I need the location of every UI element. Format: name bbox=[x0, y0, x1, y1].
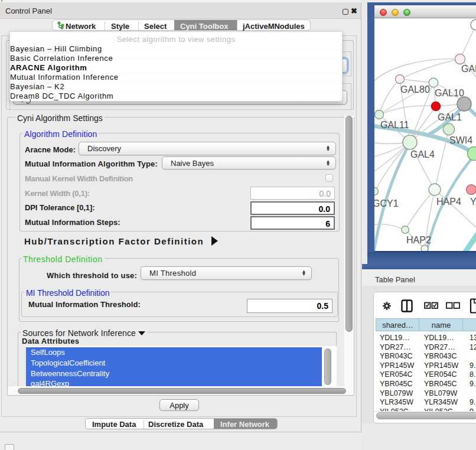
svg-text:HAP4: HAP4 bbox=[436, 197, 461, 207]
svg-text:GAL1: GAL1 bbox=[438, 112, 462, 122]
svg-text:SWI4: SWI4 bbox=[449, 135, 472, 145]
svg-text:GAL80: GAL80 bbox=[400, 84, 430, 94]
svg-text:GAL10: GAL10 bbox=[435, 88, 464, 98]
svg-text:GAL11: GAL11 bbox=[380, 120, 409, 130]
svg-text:HAP2: HAP2 bbox=[406, 235, 431, 245]
svg-text:GAL4: GAL4 bbox=[410, 149, 435, 159]
svg-text:Y: Y bbox=[470, 197, 476, 207]
svg-text:GCY1: GCY1 bbox=[374, 198, 399, 208]
svg-text:GAL7: GAL7 bbox=[461, 64, 476, 74]
